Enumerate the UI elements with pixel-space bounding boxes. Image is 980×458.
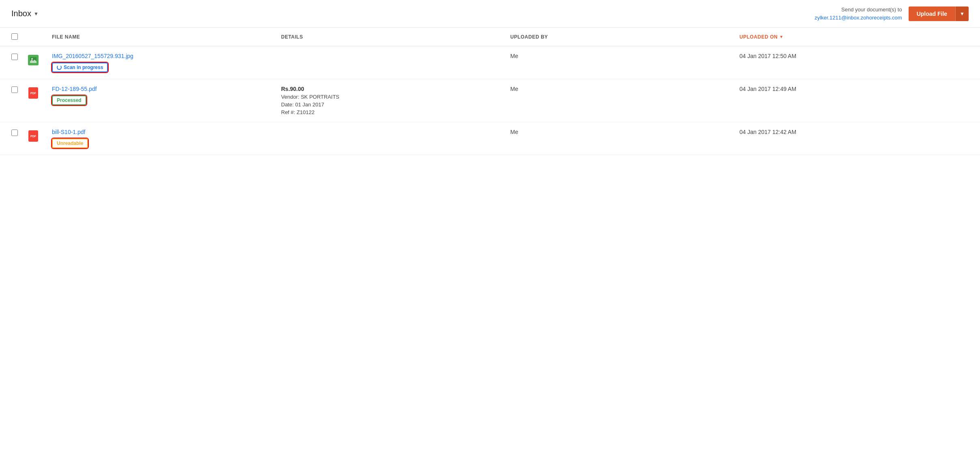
row3-file-icon: PDF bbox=[28, 130, 39, 143]
row3-uploaded-on: 04 Jan 2017 12:42 AM bbox=[739, 129, 969, 135]
header-right: Send your document(s) to zylker.1211@inb… bbox=[815, 6, 969, 22]
row2-file-link[interactable]: FD-12-189-55.pdf bbox=[52, 86, 281, 92]
row3-status-badge: Unreadable bbox=[52, 138, 88, 148]
row3-file-name-cell: bill-S10-1.pdf Unreadable bbox=[52, 129, 281, 148]
send-doc-email[interactable]: zylker.1211@inbox.zohoreceipts.com bbox=[815, 15, 902, 21]
row3-file-link[interactable]: bill-S10-1.pdf bbox=[52, 129, 281, 135]
row2-vendor: Vendor: SK PORTRAITS bbox=[281, 94, 510, 100]
row2-details: Rs.90.00 Vendor: SK PORTRAITS Date: 01 J… bbox=[281, 86, 510, 115]
row2-date: Date: 01 Jan 2017 bbox=[281, 102, 510, 108]
send-doc-info: Send your document(s) to zylker.1211@inb… bbox=[815, 6, 902, 22]
row2-amount: Rs.90.00 bbox=[281, 86, 510, 92]
inbox-table: FILE NAME DETAILS UPLOADED BY UPLOADED O… bbox=[0, 28, 980, 155]
pdf-icon: PDF bbox=[28, 87, 38, 99]
row1-checkbox[interactable] bbox=[11, 54, 18, 60]
header-checkbox-cell bbox=[11, 32, 28, 41]
table-header: FILE NAME DETAILS UPLOADED BY UPLOADED O… bbox=[0, 28, 980, 46]
row1-uploaded-by: Me bbox=[510, 53, 739, 59]
upload-file-dropdown-button[interactable]: ▼ bbox=[955, 6, 969, 21]
row1-uploaded-on: 04 Jan 2017 12:50 AM bbox=[739, 53, 969, 59]
row3-checkbox-cell bbox=[11, 129, 28, 137]
row1-file-link[interactable]: IMG_20160527_155729.931.jpg bbox=[52, 53, 281, 59]
row2-status-badge: Processed bbox=[52, 95, 86, 105]
row2-ref: Ref #: Z10122 bbox=[281, 109, 510, 115]
send-doc-label: Send your document(s) to bbox=[815, 6, 902, 14]
row2-uploaded-on: 04 Jan 2017 12:49 AM bbox=[739, 86, 969, 92]
row2-file-name-cell: FD-12-189-55.pdf Processed bbox=[52, 86, 281, 105]
table-row: PDF FD-12-189-55.pdf Processed Rs.90.00 … bbox=[0, 79, 980, 122]
row1-checkbox-cell bbox=[11, 53, 28, 61]
table-row: PDF bill-S10-1.pdf Unreadable Me 04 Jan … bbox=[0, 122, 980, 155]
select-all-checkbox[interactable] bbox=[11, 33, 18, 40]
inbox-dropdown-icon: ▼ bbox=[34, 11, 39, 17]
table-row: IMG_20160527_155729.931.jpg Scan in prog… bbox=[0, 46, 980, 79]
sort-arrow-icon: ▼ bbox=[779, 35, 783, 39]
svg-point-1 bbox=[31, 58, 33, 60]
row2-file-icon: PDF bbox=[28, 86, 39, 99]
inbox-label: Inbox bbox=[11, 9, 31, 18]
col-details: DETAILS bbox=[281, 34, 510, 40]
scan-spinner-icon bbox=[57, 65, 62, 70]
image-icon bbox=[28, 55, 39, 65]
page-header: Inbox ▼ Send your document(s) to zylker.… bbox=[0, 0, 980, 28]
row3-uploaded-by: Me bbox=[510, 129, 739, 135]
col-uploaded-by: UPLOADED BY bbox=[510, 34, 739, 40]
row2-checkbox[interactable] bbox=[11, 86, 18, 93]
row1-status-badge: Scan in progress bbox=[52, 63, 108, 72]
row1-file-icon bbox=[28, 54, 39, 67]
col-uploaded-on[interactable]: UPLOADED ON ▼ bbox=[739, 34, 969, 40]
pdf-icon: PDF bbox=[28, 130, 38, 142]
upload-btn-container: Upload File ▼ bbox=[909, 6, 969, 21]
col-file-name: FILE NAME bbox=[52, 34, 281, 40]
row2-uploaded-by: Me bbox=[510, 86, 739, 92]
inbox-title[interactable]: Inbox ▼ bbox=[11, 9, 39, 18]
row1-file-name-cell: IMG_20160527_155729.931.jpg Scan in prog… bbox=[52, 53, 281, 72]
row3-checkbox[interactable] bbox=[11, 130, 18, 136]
upload-file-button[interactable]: Upload File bbox=[909, 6, 955, 21]
row2-checkbox-cell bbox=[11, 86, 28, 94]
